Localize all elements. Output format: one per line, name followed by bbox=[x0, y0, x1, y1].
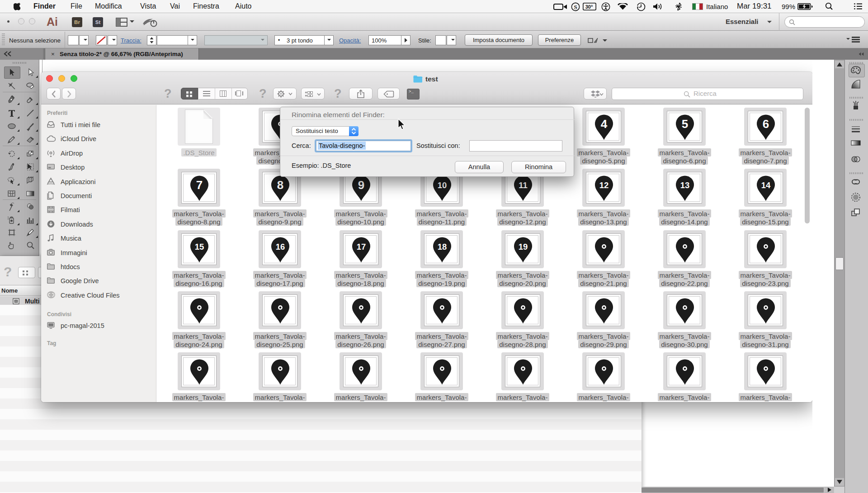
svg-text:15: 15 bbox=[195, 242, 204, 251]
svg-text:16: 16 bbox=[276, 242, 285, 251]
svg-text:19: 19 bbox=[519, 242, 528, 251]
svg-text:8: 8 bbox=[277, 178, 283, 192]
svg-text:17: 17 bbox=[357, 242, 366, 251]
svg-text:9: 9 bbox=[358, 178, 364, 192]
svg-text:6: 6 bbox=[763, 117, 769, 131]
svg-text:18: 18 bbox=[438, 242, 447, 251]
svg-text:11: 11 bbox=[519, 180, 528, 190]
svg-text:14: 14 bbox=[761, 180, 771, 190]
svg-text:7: 7 bbox=[196, 178, 203, 192]
svg-text:30°: 30° bbox=[585, 4, 593, 9]
svg-text:10: 10 bbox=[438, 180, 447, 190]
svg-text:5: 5 bbox=[682, 117, 688, 131]
svg-text:13: 13 bbox=[680, 180, 690, 190]
svg-text:4: 4 bbox=[601, 117, 608, 131]
svg-text:12: 12 bbox=[599, 180, 609, 190]
svg-text:S: S bbox=[574, 4, 577, 10]
